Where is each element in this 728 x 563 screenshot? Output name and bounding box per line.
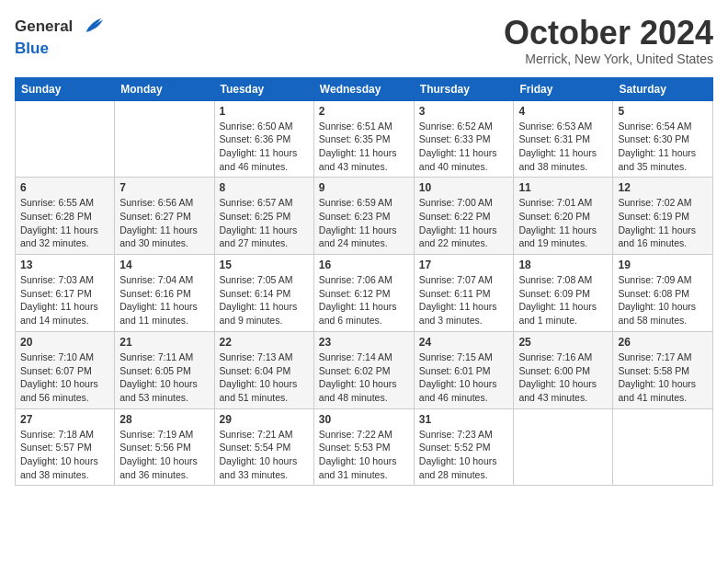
table-row: 17Sunrise: 7:07 AM Sunset: 6:11 PM Dayli…	[414, 255, 514, 332]
day-number: 8	[220, 181, 309, 194]
day-info: Sunrise: 7:13 AM Sunset: 6:04 PM Dayligh…	[220, 350, 309, 405]
day-number: 18	[518, 259, 608, 271]
header-wednesday: Wednesday	[313, 77, 414, 100]
day-info: Sunrise: 6:50 AM Sunset: 6:36 PM Dayligh…	[220, 120, 309, 174]
day-info: Sunrise: 7:22 AM Sunset: 5:53 PM Dayligh…	[319, 428, 409, 482]
calendar-week-row: 6Sunrise: 6:55 AM Sunset: 6:28 PM Daylig…	[16, 178, 713, 255]
table-row: 13Sunrise: 7:03 AM Sunset: 6:17 PM Dayli…	[16, 255, 115, 332]
table-row: 22Sunrise: 7:13 AM Sunset: 6:04 PM Dayli…	[214, 331, 313, 408]
day-number: 2	[319, 105, 409, 118]
day-info: Sunrise: 6:56 AM Sunset: 6:27 PM Dayligh…	[119, 196, 209, 250]
day-number: 16	[319, 259, 409, 271]
table-row: 21Sunrise: 7:11 AM Sunset: 6:05 PM Dayli…	[115, 331, 214, 408]
table-row: 28Sunrise: 7:19 AM Sunset: 5:56 PM Dayli…	[115, 408, 214, 486]
table-row: 3Sunrise: 6:52 AM Sunset: 6:33 PM Daylig…	[414, 100, 514, 178]
day-info: Sunrise: 6:55 AM Sunset: 6:28 PM Dayligh…	[20, 196, 109, 250]
day-number: 1	[220, 105, 309, 118]
day-info: Sunrise: 7:01 AM Sunset: 6:20 PM Dayligh…	[518, 196, 608, 250]
table-row: 30Sunrise: 7:22 AM Sunset: 5:53 PM Dayli…	[313, 408, 414, 486]
day-number: 4	[518, 105, 608, 118]
day-info: Sunrise: 7:06 AM Sunset: 6:12 PM Dayligh…	[319, 273, 409, 327]
day-info: Sunrise: 6:54 AM Sunset: 6:30 PM Dayligh…	[618, 120, 708, 174]
day-number: 10	[419, 181, 509, 194]
day-number: 19	[618, 259, 708, 271]
header-friday: Friday	[514, 77, 613, 100]
day-number: 14	[119, 259, 209, 271]
day-info: Sunrise: 7:11 AM Sunset: 6:05 PM Dayligh…	[119, 350, 209, 405]
table-row	[514, 408, 613, 486]
day-info: Sunrise: 7:03 AM Sunset: 6:17 PM Dayligh…	[20, 273, 109, 327]
day-number: 15	[220, 259, 309, 271]
day-number: 29	[220, 413, 309, 426]
table-row: 26Sunrise: 7:17 AM Sunset: 5:58 PM Dayli…	[613, 331, 713, 408]
location: Merrick, New York, United States	[504, 52, 713, 66]
calendar-week-row: 27Sunrise: 7:18 AM Sunset: 5:57 PM Dayli…	[16, 408, 713, 486]
day-info: Sunrise: 7:00 AM Sunset: 6:22 PM Dayligh…	[419, 196, 509, 250]
calendar-week-row: 20Sunrise: 7:10 AM Sunset: 6:07 PM Dayli…	[16, 331, 713, 408]
title-block: October 2024 Merrick, New York, United S…	[504, 15, 713, 66]
day-info: Sunrise: 7:08 AM Sunset: 6:09 PM Dayligh…	[518, 273, 608, 327]
logo-blue: Blue	[15, 40, 105, 58]
table-row: 31Sunrise: 7:23 AM Sunset: 5:52 PM Dayli…	[414, 408, 514, 486]
calendar-week-row: 1Sunrise: 6:50 AM Sunset: 6:36 PM Daylig…	[16, 100, 713, 178]
header-monday: Monday	[115, 77, 214, 100]
day-number: 3	[419, 105, 509, 118]
day-info: Sunrise: 7:19 AM Sunset: 5:56 PM Dayligh…	[119, 428, 209, 482]
table-row	[16, 100, 115, 178]
day-number: 26	[618, 336, 708, 349]
day-number: 7	[119, 181, 209, 194]
month-title: October 2024	[504, 15, 713, 52]
header-tuesday: Tuesday	[214, 77, 313, 100]
day-info: Sunrise: 7:05 AM Sunset: 6:14 PM Dayligh…	[220, 273, 309, 327]
day-number: 21	[119, 336, 209, 349]
table-row: 15Sunrise: 7:05 AM Sunset: 6:14 PM Dayli…	[214, 255, 313, 332]
table-row: 11Sunrise: 7:01 AM Sunset: 6:20 PM Dayli…	[514, 178, 613, 255]
day-info: Sunrise: 7:04 AM Sunset: 6:16 PM Dayligh…	[119, 273, 209, 327]
table-row: 25Sunrise: 7:16 AM Sunset: 6:00 PM Dayli…	[514, 331, 613, 408]
day-number: 9	[319, 181, 409, 194]
day-info: Sunrise: 7:07 AM Sunset: 6:11 PM Dayligh…	[419, 273, 509, 327]
day-number: 22	[220, 336, 309, 349]
table-row: 5Sunrise: 6:54 AM Sunset: 6:30 PM Daylig…	[613, 100, 713, 178]
table-row: 6Sunrise: 6:55 AM Sunset: 6:28 PM Daylig…	[16, 178, 115, 255]
day-info: Sunrise: 6:59 AM Sunset: 6:23 PM Dayligh…	[319, 196, 409, 250]
table-row: 4Sunrise: 6:53 AM Sunset: 6:31 PM Daylig…	[514, 100, 613, 178]
table-row: 8Sunrise: 6:57 AM Sunset: 6:25 PM Daylig…	[214, 178, 313, 255]
page-header: General Blue October 2024 Merrick, New Y…	[15, 15, 713, 66]
calendar-week-row: 13Sunrise: 7:03 AM Sunset: 6:17 PM Dayli…	[16, 255, 713, 332]
day-info: Sunrise: 7:14 AM Sunset: 6:02 PM Dayligh…	[319, 350, 409, 405]
day-number: 5	[618, 105, 708, 118]
day-number: 27	[20, 413, 109, 426]
day-number: 6	[20, 181, 109, 194]
calendar-header-row: Sunday Monday Tuesday Wednesday Thursday…	[16, 77, 713, 100]
day-number: 12	[618, 181, 708, 194]
header-saturday: Saturday	[613, 77, 713, 100]
day-info: Sunrise: 7:23 AM Sunset: 5:52 PM Dayligh…	[419, 428, 509, 482]
calendar-table: Sunday Monday Tuesday Wednesday Thursday…	[15, 77, 713, 487]
day-number: 25	[518, 336, 608, 349]
table-row: 29Sunrise: 7:21 AM Sunset: 5:54 PM Dayli…	[214, 408, 313, 486]
day-number: 17	[419, 259, 509, 271]
day-number: 24	[419, 336, 509, 349]
table-row: 23Sunrise: 7:14 AM Sunset: 6:02 PM Dayli…	[313, 331, 414, 408]
day-number: 20	[20, 336, 109, 349]
day-info: Sunrise: 7:16 AM Sunset: 6:00 PM Dayligh…	[518, 350, 608, 405]
logo: General Blue	[15, 15, 105, 58]
day-info: Sunrise: 7:17 AM Sunset: 5:58 PM Dayligh…	[618, 350, 708, 405]
table-row: 14Sunrise: 7:04 AM Sunset: 6:16 PM Dayli…	[115, 255, 214, 332]
day-number: 23	[319, 336, 409, 349]
header-sunday: Sunday	[16, 77, 115, 100]
day-info: Sunrise: 6:53 AM Sunset: 6:31 PM Dayligh…	[518, 120, 608, 174]
table-row: 10Sunrise: 7:00 AM Sunset: 6:22 PM Dayli…	[414, 178, 514, 255]
logo-text: General	[15, 15, 105, 40]
day-info: Sunrise: 6:51 AM Sunset: 6:35 PM Dayligh…	[319, 120, 409, 174]
day-info: Sunrise: 7:21 AM Sunset: 5:54 PM Dayligh…	[220, 428, 309, 482]
table-row: 27Sunrise: 7:18 AM Sunset: 5:57 PM Dayli…	[16, 408, 115, 486]
day-info: Sunrise: 7:18 AM Sunset: 5:57 PM Dayligh…	[20, 428, 109, 482]
table-row: 12Sunrise: 7:02 AM Sunset: 6:19 PM Dayli…	[613, 178, 713, 255]
table-row: 1Sunrise: 6:50 AM Sunset: 6:36 PM Daylig…	[214, 100, 313, 178]
day-info: Sunrise: 7:10 AM Sunset: 6:07 PM Dayligh…	[20, 350, 109, 405]
day-info: Sunrise: 6:57 AM Sunset: 6:25 PM Dayligh…	[220, 196, 309, 250]
day-number: 13	[20, 259, 109, 271]
table-row: 2Sunrise: 6:51 AM Sunset: 6:35 PM Daylig…	[313, 100, 414, 178]
